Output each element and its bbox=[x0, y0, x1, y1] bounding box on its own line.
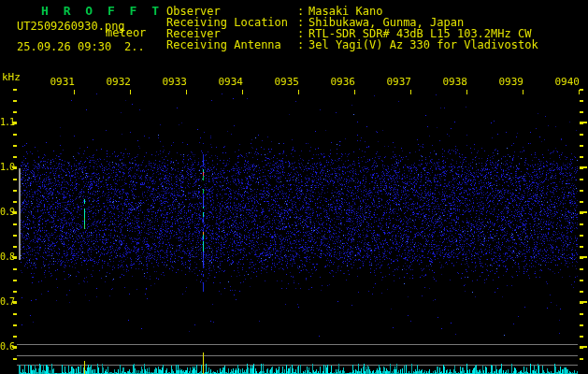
x-tick-label: 0938 bbox=[442, 77, 467, 87]
x-tick-label: 0931 bbox=[50, 77, 75, 87]
x-tick-label: 0934 bbox=[218, 77, 243, 87]
info-row: Receiving Antenna : 3el Yagi(V) Az 330 f… bbox=[0, 39, 588, 50]
x-tick-label: 0935 bbox=[274, 77, 299, 87]
y-tick-label: 0.6 bbox=[0, 341, 14, 352]
x-tick-label: 0936 bbox=[330, 77, 355, 87]
y-tick-label: 0.9 bbox=[0, 207, 14, 217]
x-tick-label: 0932 bbox=[106, 77, 131, 87]
info-label: Receiving Antenna bbox=[166, 39, 281, 50]
freq-axis-unit: kHz bbox=[2, 71, 21, 83]
x-tick-label: 0939 bbox=[498, 77, 523, 87]
y-tick-label: 0.7 bbox=[0, 296, 14, 307]
x-tick-label: 0940 bbox=[554, 77, 580, 87]
info-separator: : bbox=[297, 39, 304, 50]
spectrogram-canvas bbox=[0, 0, 588, 374]
y-tick-label: 1.1 bbox=[0, 117, 14, 127]
x-tick-label: 0937 bbox=[386, 77, 411, 87]
y-tick-label: 0.8 bbox=[0, 252, 14, 262]
info-row: Observer : Masaki Kano bbox=[0, 6, 588, 17]
info-value: 3el Yagi(V) Az 330 for Vladivostok bbox=[308, 39, 538, 50]
hrofft-window: H R O F F T UT2509260930.png meteor 25.0… bbox=[0, 0, 588, 374]
y-tick-label: 1.0 bbox=[0, 162, 14, 172]
x-tick-label: 0933 bbox=[162, 77, 187, 87]
